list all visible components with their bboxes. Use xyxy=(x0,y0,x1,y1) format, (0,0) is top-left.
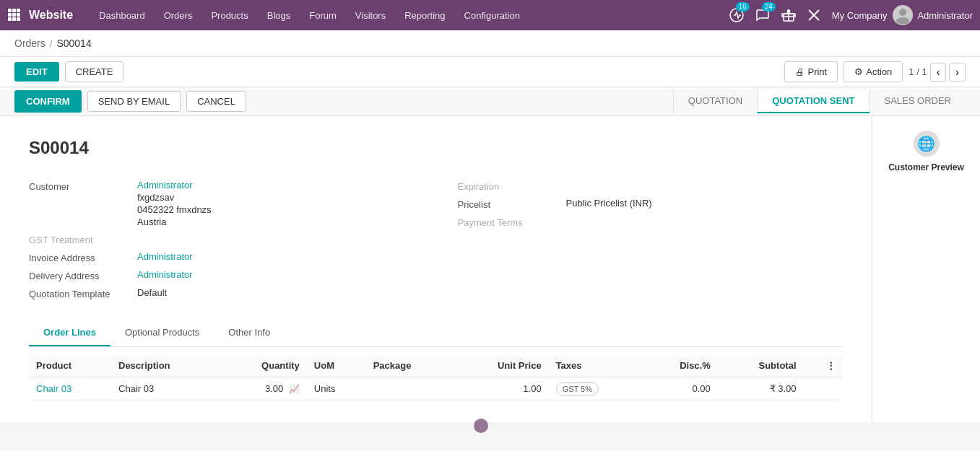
edit-button[interactable]: EDIT xyxy=(14,62,59,82)
col-more[interactable]: ⋮ xyxy=(804,354,844,377)
confirm-button[interactable]: CONFIRM xyxy=(14,90,82,113)
cell-disc: 0.00 xyxy=(643,377,718,400)
messages-badge: 24 xyxy=(762,2,776,12)
customer-name[interactable]: Administrator xyxy=(137,180,212,191)
svg-rect-0 xyxy=(8,9,12,12)
col-unit-price: Unit Price xyxy=(453,354,549,377)
order-title: S00014 xyxy=(29,138,843,158)
gear-icon: ⚙ xyxy=(854,66,863,77)
delivery-address-row: Delivery Address Administrator xyxy=(29,269,415,281)
quotation-template-value[interactable]: Default xyxy=(137,287,167,298)
invoice-address-row: Invoice Address Administrator xyxy=(29,251,415,263)
gst-treatment-row: GST Treatment xyxy=(29,233,415,245)
user-info[interactable]: Administrator xyxy=(893,5,973,25)
close-icon[interactable] xyxy=(805,6,823,25)
pricelist-row: Pricelist Public Pricelist (INR) xyxy=(458,198,844,210)
tab-quotation-sent[interactable]: QUOTATION SENT xyxy=(757,89,869,113)
customer-field-row: Customer Administrator fxgdzsav 0452322 … xyxy=(29,180,415,227)
customer-line2: fxgdzsav xyxy=(137,192,212,203)
payment-terms-label: Payment Terms xyxy=(458,216,559,228)
tab-other-info[interactable]: Other Info xyxy=(214,320,285,346)
status-bar: CONFIRM SEND BY EMAIL CANCEL QUOTATION Q… xyxy=(0,87,980,116)
action-button[interactable]: ⚙ Action xyxy=(844,61,903,82)
customer-label: Customer xyxy=(29,180,130,192)
gst-treatment-label: GST Treatment xyxy=(29,233,130,245)
invoice-address-value[interactable]: Administrator xyxy=(137,251,193,262)
svg-rect-7 xyxy=(12,17,16,21)
messages-icon[interactable]: 24 xyxy=(753,5,773,25)
next-page-button[interactable]: › xyxy=(949,63,966,82)
send-by-email-button[interactable]: SEND BY EMAIL xyxy=(87,91,181,112)
pricelist-label: Pricelist xyxy=(458,198,559,210)
customer-value: Administrator fxgdzsav 0452322 fmxdnzs A… xyxy=(137,180,212,227)
grid-icon[interactable] xyxy=(7,8,20,23)
username: Administrator xyxy=(917,10,973,21)
breadcrumb-separator: / xyxy=(50,38,53,49)
nav-configuration[interactable]: Configuration xyxy=(456,6,529,25)
breadcrumb-parent[interactable]: Orders xyxy=(14,38,45,49)
pagination: 1 / 1 ‹ › xyxy=(909,63,966,82)
nav-reporting[interactable]: Reporting xyxy=(396,6,454,25)
svg-rect-5 xyxy=(17,13,20,17)
cell-package xyxy=(366,377,453,400)
col-uom: UoM xyxy=(307,354,366,377)
prev-page-button[interactable]: ‹ xyxy=(930,63,947,82)
customer-preview-label[interactable]: Customer Preview xyxy=(888,162,964,172)
customer-line3: 0452322 fmxdnzs xyxy=(137,204,212,215)
nav-items: Dashboard Orders Products Blogs Forum Vi… xyxy=(90,6,724,25)
cell-uom: Units xyxy=(307,377,366,400)
delivery-address-value[interactable]: Administrator xyxy=(137,269,193,280)
form-area: S00014 Customer Administrator fxgdzsav 0… xyxy=(0,116,872,422)
expiration-label: Expiration xyxy=(458,180,559,192)
col-subtotal: Subtotal xyxy=(718,354,804,377)
print-button[interactable]: 🖨 Print xyxy=(784,61,838,82)
payment-terms-row: Payment Terms xyxy=(458,216,844,228)
col-quantity: Quantity xyxy=(220,354,307,377)
right-panel: 🌐 Customer Preview xyxy=(872,116,980,422)
activity-badge: 16 xyxy=(736,2,750,12)
cancel-button[interactable]: CANCEL xyxy=(186,91,246,112)
printer-icon: 🖨 xyxy=(795,66,805,77)
company-name[interactable]: My Company xyxy=(832,10,888,21)
quotation-template-label: Quotation Template xyxy=(29,287,130,299)
app-name: Website xyxy=(29,9,73,22)
nav-right: 16 24 My Company Administrator xyxy=(727,5,973,25)
activity-icon[interactable]: 16 xyxy=(727,5,747,25)
nav-dashboard[interactable]: Dashboard xyxy=(90,6,154,25)
customer-preview-icon[interactable]: 🌐 xyxy=(914,131,940,157)
breadcrumb-current: S00014 xyxy=(56,38,91,49)
nav-blogs[interactable]: Blogs xyxy=(259,6,300,25)
create-button[interactable]: CREATE xyxy=(65,61,124,82)
invoice-address-label: Invoice Address xyxy=(29,251,130,263)
cell-product[interactable]: Chair 03 xyxy=(29,377,111,400)
cell-quantity: 3.00 📈 xyxy=(220,377,307,400)
globe-icon: 🌐 xyxy=(917,135,935,152)
tabs-bar: Order Lines Optional Products Other Info xyxy=(29,320,843,347)
gift-icon[interactable] xyxy=(779,5,799,25)
svg-point-14 xyxy=(896,17,909,25)
nav-forum[interactable]: Forum xyxy=(300,6,345,25)
tab-optional-products[interactable]: Optional Products xyxy=(110,320,214,346)
table-row: Chair 03 Chair 03 3.00 📈 Units 1.00 GST … xyxy=(29,377,843,400)
avatar xyxy=(893,5,913,25)
svg-point-13 xyxy=(899,9,906,16)
col-taxes: Taxes xyxy=(549,354,643,377)
cell-subtotal: ₹ 3.00 xyxy=(718,377,804,400)
nav-visitors[interactable]: Visitors xyxy=(347,6,394,25)
nav-orders[interactable]: Orders xyxy=(155,6,201,25)
tab-quotation[interactable]: QUOTATION xyxy=(673,89,757,113)
pricelist-value[interactable]: Public Pricelist (INR) xyxy=(566,198,652,209)
col-package: Package xyxy=(366,354,453,377)
form-col-left: Customer Administrator fxgdzsav 0452322 … xyxy=(29,180,415,305)
tab-order-lines[interactable]: Order Lines xyxy=(29,320,110,346)
gst-badge[interactable]: GST 5% xyxy=(556,382,599,395)
order-lines-table: Product Description Quantity UoM Package… xyxy=(29,354,843,400)
main-content: S00014 Customer Administrator fxgdzsav 0… xyxy=(0,116,980,422)
tab-sales-order[interactable]: SALES ORDER xyxy=(870,89,966,113)
nav-products[interactable]: Products xyxy=(202,6,256,25)
cell-unit-price: 1.00 xyxy=(453,377,549,400)
chart-icon[interactable]: 📈 xyxy=(289,384,300,394)
quotation-template-row: Quotation Template Default xyxy=(29,287,415,299)
svg-rect-2 xyxy=(17,9,20,12)
col-product: Product xyxy=(29,354,111,377)
